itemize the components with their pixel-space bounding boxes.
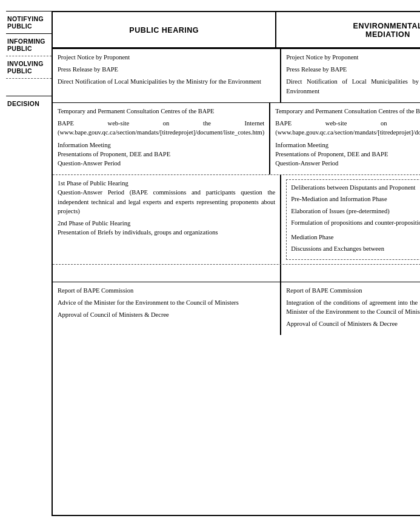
content-paragraph: Project Notice by Proponent xyxy=(286,53,420,62)
content-paragraph: Report of BAPE Commission xyxy=(58,286,275,295)
content-paragraph: BAPE web-site on the Internet (www.bape.… xyxy=(58,119,264,137)
content-paragraph: 2nd Phase of Public Hearing Presentation… xyxy=(58,219,275,237)
content-paragraph: Integration of the conditions of agreeme… xyxy=(286,298,420,316)
content-paragraph: Direct Notification of Local Municipalit… xyxy=(58,77,275,86)
dashed-cell: Deliberations between Disputants and Pro… xyxy=(281,175,420,264)
content-paragraph: Press Release by BAPE xyxy=(286,65,420,74)
dashed-box: Deliberations between Disputants and Pro… xyxy=(286,179,420,259)
content-paragraph: Information Meeting Presentations of Pro… xyxy=(275,141,420,168)
content-cell: Report of BAPE CommissionAdvice of the M… xyxy=(53,282,281,336)
content-cell xyxy=(281,265,420,282)
content-cell xyxy=(53,265,281,282)
section-label: INVOLVING PUBLIC xyxy=(6,56,52,79)
dashed-item: Deliberations between Disputants and Pro… xyxy=(291,183,420,192)
dashed-item: Pre-Mediation and Information Phase xyxy=(291,194,420,204)
gap-med-wrapper xyxy=(281,265,420,282)
content-paragraph: Temporary and Permanent Consultation Cen… xyxy=(275,107,420,116)
content-row: Project Notice by ProponentPress Release… xyxy=(53,48,420,103)
content-paragraph: Approval of Council of Ministers & Decre… xyxy=(58,310,275,319)
content-paragraph: Press Release by BAPE xyxy=(58,65,275,74)
outer-layout: NOTIFYING PUBLICINFORMING PUBLICINVOLVIN… xyxy=(6,11,414,516)
med-wrapper: Deliberations between Disputants and Pro… xyxy=(281,175,420,264)
right-box: PUBLIC HEARINGENVIRONMENTAL MEDIATIONPro… xyxy=(52,11,420,516)
content-row: Report of BAPE CommissionAdvice of the M… xyxy=(53,282,420,336)
header-row: PUBLIC HEARINGENVIRONMENTAL MEDIATION xyxy=(53,12,420,48)
content-cell: Temporary and Permanent Consultation Cen… xyxy=(53,103,270,174)
med-wrapper: Report of BAPE CommissionIntegration of … xyxy=(281,282,420,336)
content-cell: 1st Phase of Public Hearing Question-Ans… xyxy=(53,175,281,264)
content-paragraph: Advice of the Minister for the Environme… xyxy=(58,298,275,307)
content-paragraph: Information Meeting Presentations of Pro… xyxy=(58,141,264,168)
content-cell: Project Notice by ProponentPress Release… xyxy=(281,49,420,102)
content-row: 1st Phase of Public Hearing Question-Ans… xyxy=(53,175,420,264)
col-header: PUBLIC HEARING xyxy=(53,12,275,47)
dashed-item: Elaboration of Issues (pre-determined) xyxy=(291,207,420,216)
content-cell: Project Notice by ProponentPress Release… xyxy=(53,49,281,102)
section-label: INFORMING PUBLIC xyxy=(6,34,52,56)
dashed-item: Formulation of propositions and counter-… xyxy=(291,218,420,227)
content-paragraph: Report of BAPE Commission xyxy=(286,286,420,295)
content-cell: Report of BAPE CommissionIntegration of … xyxy=(281,282,420,336)
dashed-item: Discussions and Exchanges between xyxy=(291,244,420,253)
content-row: Temporary and Permanent Consultation Cen… xyxy=(53,103,420,175)
content-paragraph: 1st Phase of Public Hearing Question-Ans… xyxy=(58,179,275,216)
section-label: NOTIFYING PUBLIC xyxy=(6,11,52,34)
content-paragraph: BAPE web-site on the Internet (www.bape.… xyxy=(275,119,420,137)
content-paragraph: Approval of Council of Ministers & Decre… xyxy=(286,319,420,328)
col-header: ENVIRONMENTAL MEDIATION xyxy=(275,12,420,47)
left-labels-col: NOTIFYING PUBLICINFORMING PUBLICINVOLVIN… xyxy=(6,11,52,516)
page: NOTIFYING PUBLICINFORMING PUBLICINVOLVIN… xyxy=(0,0,420,527)
gap-row xyxy=(53,265,420,282)
content-paragraph: Temporary and Permanent Consultation Cen… xyxy=(58,107,264,116)
content-cell: Temporary and Permanent Consultation Cen… xyxy=(270,103,420,174)
gap-label-space xyxy=(6,79,52,96)
section-label: DECISION xyxy=(6,96,52,111)
med-wrapper: Temporary and Permanent Consultation Cen… xyxy=(270,103,420,174)
med-wrapper: Project Notice by ProponentPress Release… xyxy=(281,49,420,102)
content-paragraph: Direct Notification of Local Municipalit… xyxy=(286,77,420,95)
content-paragraph: Project Notice by Proponent xyxy=(58,53,275,62)
dashed-item: Mediation Phase xyxy=(291,233,420,242)
